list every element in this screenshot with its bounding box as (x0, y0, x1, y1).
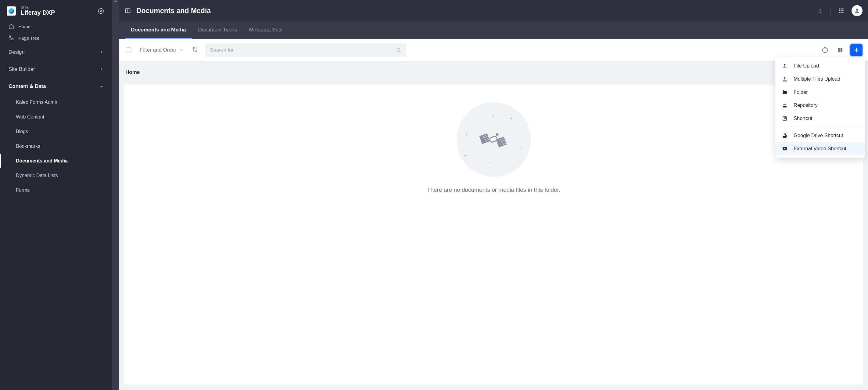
svg-rect-13 (842, 8, 843, 9)
svg-rect-41 (783, 105, 786, 105)
sidebar-item-ddl[interactable]: Dynamic Data Lists (0, 168, 112, 183)
add-menu-gdrive-shortcut[interactable]: Google Drive Shortcut (775, 129, 865, 142)
empty-state-message: There are no documents or media files in… (427, 187, 560, 193)
search-input[interactable] (210, 47, 396, 53)
sidebar-item-webcontent[interactable]: Web Content (0, 110, 112, 124)
sidebar-section-contentdata[interactable]: Content & Data (0, 78, 112, 95)
sidebar-link-label: Page Tree (18, 35, 39, 40)
tab-documents-media[interactable]: Documents and Media (125, 21, 192, 39)
video-icon (782, 146, 787, 151)
compass-icon[interactable] (97, 7, 105, 15)
svg-rect-30 (841, 48, 842, 50)
sidebar-section-sitebuilder[interactable]: Site Builder (0, 61, 112, 78)
sidebar-link-label: Home (18, 24, 31, 29)
chevron-right-icon (100, 67, 103, 71)
main: Documents and Media Documents and Media … (119, 0, 868, 390)
add-menu-file-upload[interactable]: File Upload (775, 59, 865, 73)
sidebar-item-documents[interactable]: Documents and Media (0, 154, 112, 168)
svg-point-10 (820, 12, 821, 13)
svg-rect-17 (839, 12, 840, 13)
sidebar-header: SITE Liferay DXP (0, 0, 112, 21)
chevron-down-icon (100, 85, 103, 88)
svg-point-9 (820, 10, 821, 11)
pagetree-icon (8, 35, 14, 40)
user-avatar[interactable] (851, 5, 863, 16)
svg-rect-11 (839, 8, 840, 9)
svg-rect-50 (496, 137, 506, 147)
sidebar-item-kaleo[interactable]: Kaleo Forms Admin (0, 95, 112, 110)
breadcrumb: Home (119, 61, 868, 85)
select-all-checkbox[interactable] (126, 47, 131, 53)
add-menu-repository[interactable]: Repository (775, 99, 865, 112)
add-menu-dropdown: File Upload Multiple Files Upload Folder… (775, 57, 865, 158)
svg-line-25 (400, 51, 401, 52)
panel-toggle-icon[interactable] (125, 8, 131, 14)
sidebar-item-bookmarks[interactable]: Bookmarks (0, 139, 112, 154)
dropdown-separator (775, 127, 865, 127)
tab-metadata-sets[interactable]: Metadata Sets (243, 21, 289, 39)
svg-rect-6 (126, 8, 130, 12)
svg-rect-16 (842, 10, 843, 11)
svg-rect-51 (489, 136, 497, 143)
site-label: SITE (21, 5, 55, 9)
add-menu-multiple-upload[interactable]: Multiple Files Upload (775, 73, 865, 85)
search-icon (396, 47, 401, 53)
add-button[interactable] (850, 44, 863, 56)
tab-document-types[interactable]: Document Types (192, 21, 243, 39)
svg-rect-12 (841, 8, 841, 9)
sidebar-item-blogs[interactable]: Blogs (0, 124, 112, 139)
breadcrumb-current: Home (125, 69, 140, 75)
search-box[interactable] (205, 44, 406, 57)
add-menu-shortcut[interactable]: Shortcut (775, 112, 865, 125)
content-card: + + + + + + + + There are no documents o… (124, 85, 863, 385)
svg-rect-15 (841, 10, 841, 11)
sidebar-link-pagetree[interactable]: Page Tree (0, 32, 112, 44)
svg-rect-29 (838, 48, 840, 50)
filter-order-button[interactable]: Filter and Order (138, 47, 185, 53)
sort-icon (191, 46, 198, 53)
add-menu-folder[interactable]: Folder (775, 85, 865, 99)
svg-marker-44 (784, 134, 787, 136)
empty-state-illustration: + + + + + + + + (457, 102, 531, 177)
svg-rect-2 (9, 36, 11, 37)
satellite-icon (477, 123, 510, 156)
svg-point-52 (496, 133, 498, 136)
svg-rect-14 (839, 10, 840, 11)
svg-point-8 (820, 8, 821, 9)
kebab-menu-icon[interactable] (815, 6, 825, 16)
site-info[interactable]: SITE Liferay DXP (7, 5, 55, 16)
svg-rect-32 (841, 50, 842, 52)
svg-marker-21 (180, 50, 182, 51)
svg-point-28 (825, 49, 825, 49)
view-grid-icon[interactable] (835, 45, 845, 55)
repository-icon (782, 103, 787, 108)
sidebar-section-design[interactable]: Design (0, 44, 112, 61)
svg-rect-5 (12, 38, 13, 40)
info-icon[interactable] (820, 45, 830, 55)
tabs: Documents and Media Document Types Metad… (119, 21, 868, 39)
add-menu-external-video[interactable]: External Video Shortcut (775, 142, 865, 155)
svg-rect-19 (842, 12, 843, 13)
caret-down-icon (179, 48, 183, 52)
folder-icon (782, 89, 787, 95)
svg-rect-40 (783, 106, 786, 107)
svg-rect-49 (479, 133, 490, 144)
site-logo (7, 6, 16, 16)
shortcut-icon (782, 116, 787, 121)
svg-point-20 (856, 8, 858, 11)
svg-marker-1 (100, 10, 102, 12)
page-title: Documents and Media (136, 7, 810, 15)
scroll-up-icon[interactable] (114, 0, 118, 2)
topbar: Documents and Media (119, 0, 868, 21)
sidebar-link-home[interactable]: Home (0, 21, 112, 32)
divider (831, 7, 831, 15)
apps-grid-icon[interactable] (836, 6, 846, 16)
sidebar-item-forms[interactable]: Forms (0, 183, 112, 198)
upload-multi-icon (782, 76, 787, 82)
plus-icon (853, 47, 860, 53)
svg-point-24 (397, 48, 400, 52)
svg-rect-18 (841, 12, 841, 13)
svg-rect-31 (838, 50, 840, 52)
scroll-gutter[interactable] (112, 0, 119, 390)
sort-toggle-button[interactable] (190, 46, 200, 54)
